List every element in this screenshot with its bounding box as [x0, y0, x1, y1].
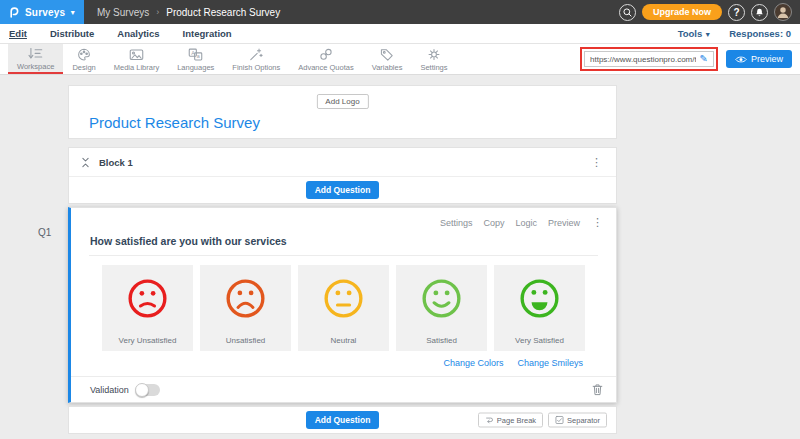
- breadcrumb-current-survey: Product Research Survey: [166, 7, 280, 18]
- toolbar-item-finish-options[interactable]: Finish Options: [223, 44, 289, 74]
- toolbar-item-label: Finish Options: [232, 63, 280, 72]
- smiley-option-label: Satisfied: [426, 336, 457, 345]
- chevron-down-icon: ▼: [69, 9, 76, 16]
- add-logo-button[interactable]: Add Logo: [316, 94, 368, 109]
- image-icon: [128, 47, 145, 62]
- tools-menu[interactable]: Tools▼: [678, 28, 712, 39]
- tab-analytics[interactable]: Analytics: [117, 28, 159, 39]
- question-links: Change Colors Change Smileys: [104, 358, 583, 368]
- toolbar-item-label: Advance Quotas: [298, 63, 353, 72]
- delete-question-button[interactable]: [592, 383, 603, 396]
- add-question-button-top[interactable]: Add Question: [306, 181, 380, 199]
- share-url-field[interactable]: https://www.questionpro.com/t/AEmOxZ ✎: [584, 51, 714, 67]
- toolbar-item-label: Variables: [372, 63, 403, 72]
- unsatisfied-smiley-icon: [223, 276, 268, 321]
- person-icon: [775, 4, 791, 20]
- user-avatar[interactable]: [774, 3, 792, 21]
- toolbar-item-languages[interactable]: A a Languages: [168, 44, 223, 74]
- preview-button[interactable]: Preview: [726, 50, 792, 68]
- help-button[interactable]: ?: [728, 4, 745, 21]
- responses-count[interactable]: Responses: 0: [729, 28, 791, 39]
- gear-icon: [426, 47, 442, 62]
- validation-toggle[interactable]: [136, 384, 160, 396]
- question-menu-kebab-icon[interactable]: ⋮: [592, 216, 603, 229]
- question-divider: [89, 255, 598, 256]
- block-header: Block 1 ⋮: [69, 148, 616, 177]
- toggle-knob: [135, 383, 149, 397]
- smiley-option-neutral[interactable]: Neutral: [298, 265, 389, 351]
- toolbar-item-label: Settings: [420, 63, 447, 72]
- smiley-option-very-unsatisfied[interactable]: Very Unsatisfied: [102, 265, 193, 351]
- smiley-option-satisfied[interactable]: Satisfied: [396, 265, 487, 351]
- toolbar-item-media-library[interactable]: Media Library: [105, 44, 168, 74]
- questionpro-logo-icon: [7, 4, 21, 20]
- tab-distribute[interactable]: Distribute: [50, 28, 94, 39]
- block-name[interactable]: Block 1: [99, 157, 133, 168]
- svg-text:a: a: [197, 53, 200, 59]
- page-break-label: Page Break: [497, 416, 536, 425]
- survey-title[interactable]: Product Research Survey: [89, 114, 260, 131]
- smiley-option-unsatisfied[interactable]: Unsatisfied: [200, 265, 291, 351]
- share-url-highlight: https://www.questionpro.com/t/AEmOxZ ✎: [580, 47, 718, 71]
- question-action-preview[interactable]: Preview: [548, 218, 580, 228]
- edit-url-pencil-icon[interactable]: ✎: [700, 54, 708, 64]
- change-smileys-link[interactable]: Change Smileys: [517, 358, 583, 368]
- change-colors-link[interactable]: Change Colors: [443, 358, 503, 368]
- bell-icon: [754, 7, 765, 18]
- toolbar-item-label: Languages: [177, 63, 214, 72]
- block-card: Block 1 ⋮ Add Question: [68, 147, 617, 204]
- question-action-logic[interactable]: Logic: [515, 218, 537, 228]
- product-menu[interactable]: Surveys ▼: [0, 0, 84, 24]
- very-unsatisfied-smiley-icon: [125, 276, 170, 321]
- eye-icon: [735, 55, 747, 64]
- neutral-smiley-icon: [321, 276, 366, 321]
- separator-label: Separator: [567, 416, 600, 425]
- toolbar-item-advance-quotas[interactable]: Advance Quotas: [289, 44, 362, 74]
- toolbar-item-design[interactable]: Design: [63, 44, 104, 74]
- validation-label: Validation: [90, 385, 129, 395]
- search-button[interactable]: [619, 4, 636, 21]
- toolbar-item-label: Design: [72, 63, 95, 72]
- upgrade-now-button[interactable]: Upgrade Now: [642, 4, 722, 20]
- translate-icon: A a: [187, 47, 204, 62]
- collapse-icon: [81, 156, 90, 169]
- svg-text:A: A: [191, 49, 195, 55]
- editor-toolbar: Workspace Design Media Library A a Langu…: [0, 44, 800, 75]
- question-action-copy[interactable]: Copy: [483, 218, 504, 228]
- preview-button-label: Preview: [751, 54, 783, 64]
- tab-edit[interactable]: Edit: [9, 28, 27, 39]
- topbar-actions: Upgrade Now ?: [619, 0, 800, 24]
- toolbar-item-settings[interactable]: Settings: [411, 44, 456, 74]
- question-mark-icon: ?: [733, 7, 739, 18]
- separator-icon: [555, 416, 564, 425]
- notifications-button[interactable]: [751, 4, 768, 21]
- survey-header-card: Add Logo Product Research Survey: [68, 85, 617, 139]
- smiley-option-label: Neutral: [331, 336, 357, 345]
- page-break-icon: [485, 416, 494, 425]
- toolbar-right-group: https://www.questionpro.com/t/AEmOxZ ✎ P…: [580, 44, 792, 74]
- top-bar: Surveys ▼ My Surveys › Product Research …: [0, 0, 800, 24]
- question-action-settings[interactable]: Settings: [440, 218, 473, 228]
- separator-button[interactable]: Separator: [548, 413, 607, 428]
- toolbar-item-label: Workspace: [17, 62, 54, 71]
- trash-icon: [592, 383, 603, 396]
- toolbar-item-variables[interactable]: Variables: [363, 44, 412, 74]
- tabs-right-group: Tools▼ Responses: 0: [678, 28, 791, 39]
- collapse-block-button[interactable]: [81, 156, 90, 169]
- very-satisfied-smiley-icon: [517, 276, 562, 321]
- smiley-option-very-satisfied[interactable]: Very Satisfied: [494, 265, 585, 351]
- section-tabs: Edit Distribute Analytics Integration To…: [0, 24, 800, 44]
- toolbar-item-workspace[interactable]: Workspace: [8, 44, 63, 74]
- add-question-button-bottom[interactable]: Add Question: [306, 411, 380, 429]
- question-text[interactable]: How satisfied are you with our services: [90, 235, 616, 247]
- toolbar-item-label: Media Library: [114, 63, 159, 72]
- smiley-options: Very Unsatisfied Unsatisfied: [71, 265, 616, 351]
- tab-integration[interactable]: Integration: [183, 28, 232, 39]
- workspace-icon: [27, 46, 44, 61]
- question-card[interactable]: Settings Copy Logic Preview ⋮ How satisf…: [68, 207, 617, 403]
- page-break-button[interactable]: Page Break: [478, 413, 543, 428]
- breadcrumb-my-surveys[interactable]: My Surveys: [97, 7, 149, 18]
- tag-icon: [379, 47, 395, 62]
- chevron-down-icon: ▼: [704, 31, 711, 38]
- block-menu-kebab-icon[interactable]: ⋮: [591, 156, 602, 169]
